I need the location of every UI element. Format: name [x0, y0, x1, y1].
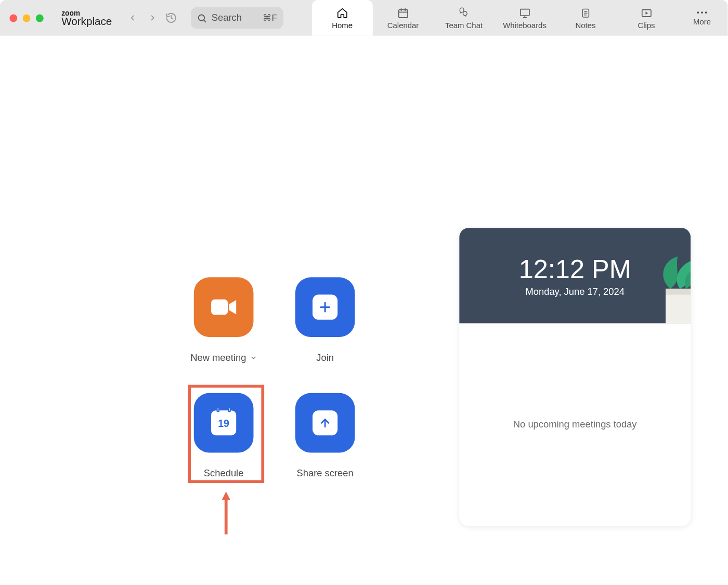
calendar-icon: [396, 6, 409, 19]
search-shortcut: ⌘F: [263, 12, 277, 23]
fullscreen-window-button[interactable]: [36, 14, 44, 22]
plant-illustration: [629, 255, 691, 323]
chevron-down-icon: [250, 354, 257, 361]
svg-marker-14: [645, 11, 648, 15]
svg-rect-25: [666, 289, 691, 294]
more-label: More: [693, 17, 711, 26]
app-brand: zoom Workplace: [61, 9, 112, 27]
calendar-card-header: 12:12 PM Monday, June 17, 2024: [459, 228, 691, 323]
tab-label: Calendar: [387, 21, 419, 30]
tab-label: Clips: [638, 21, 655, 30]
search-input[interactable]: Search ⌘F: [191, 7, 283, 29]
svg-point-16: [701, 11, 703, 14]
window-controls: [9, 14, 43, 22]
calendar-empty-state: No upcoming meetings today: [513, 419, 637, 430]
tab-label: Team Chat: [445, 21, 483, 30]
arrow-up-icon: [319, 417, 331, 429]
action-label-text: Schedule: [204, 468, 244, 479]
nav-back-button[interactable]: [125, 11, 140, 25]
tab-label: Home: [332, 21, 353, 30]
more-icon: [696, 9, 708, 15]
new-meeting-button[interactable]: [194, 277, 254, 337]
tab-calendar[interactable]: Calendar: [373, 0, 434, 36]
calendar-day-number: 19: [218, 418, 229, 430]
svg-line-1: [204, 20, 206, 22]
svg-rect-2: [398, 9, 407, 17]
search-placeholder: Search: [212, 12, 258, 23]
join-action: Join: [275, 277, 376, 384]
history-button[interactable]: [163, 10, 179, 25]
more-button[interactable]: More: [687, 9, 717, 26]
action-label-text: Join: [316, 353, 334, 363]
nav-forward-button[interactable]: [146, 11, 160, 25]
schedule-action: 19 Schedule: [173, 393, 275, 500]
video-icon: [210, 297, 238, 317]
svg-point-17: [705, 11, 707, 14]
new-meeting-action: New meeting: [173, 277, 275, 384]
plus-icon: [318, 301, 331, 314]
svg-rect-6: [520, 9, 529, 15]
share-screen-button[interactable]: [295, 393, 355, 453]
brand-bottom: Workplace: [61, 16, 112, 27]
tab-label: Whiteboards: [503, 21, 547, 30]
chevron-left-icon: [128, 14, 136, 22]
clock-date: Monday, June 17, 2024: [525, 287, 624, 297]
clock-time: 12:12 PM: [519, 254, 631, 284]
share-screen-action: Share screen: [275, 393, 376, 500]
join-button[interactable]: [295, 277, 355, 337]
search-icon: [197, 13, 206, 23]
calendar-card: 12:12 PM Monday, June 17, 2024 No upcomi…: [459, 228, 691, 526]
titlebar: zoom Workplace Search ⌘F: [0, 0, 727, 36]
tab-label: Notes: [576, 21, 596, 30]
svg-rect-18: [211, 300, 228, 315]
action-label-text: New meeting: [190, 353, 246, 363]
tab-home[interactable]: Home: [312, 0, 373, 36]
tab-notes[interactable]: Notes: [555, 0, 616, 36]
action-label-text: Share screen: [297, 468, 354, 479]
minimize-window-button[interactable]: [23, 14, 31, 22]
new-meeting-dropdown[interactable]: New meeting: [190, 353, 257, 363]
clips-icon: [640, 6, 653, 19]
main-tabs: Home Calendar Team Chat Whiteboards: [312, 0, 677, 36]
close-window-button[interactable]: [9, 14, 17, 22]
home-icon: [335, 6, 348, 19]
tab-whiteboards[interactable]: Whiteboards: [495, 0, 555, 36]
chat-icon: [457, 6, 470, 19]
tab-team-chat[interactable]: Team Chat: [434, 0, 495, 36]
schedule-button[interactable]: 19: [194, 393, 254, 453]
history-icon: [165, 12, 177, 24]
chevron-right-icon: [148, 14, 157, 22]
notes-icon: [579, 6, 592, 19]
svg-point-15: [697, 11, 699, 14]
tab-clips[interactable]: Clips: [616, 0, 677, 36]
whiteboard-icon: [518, 6, 531, 19]
